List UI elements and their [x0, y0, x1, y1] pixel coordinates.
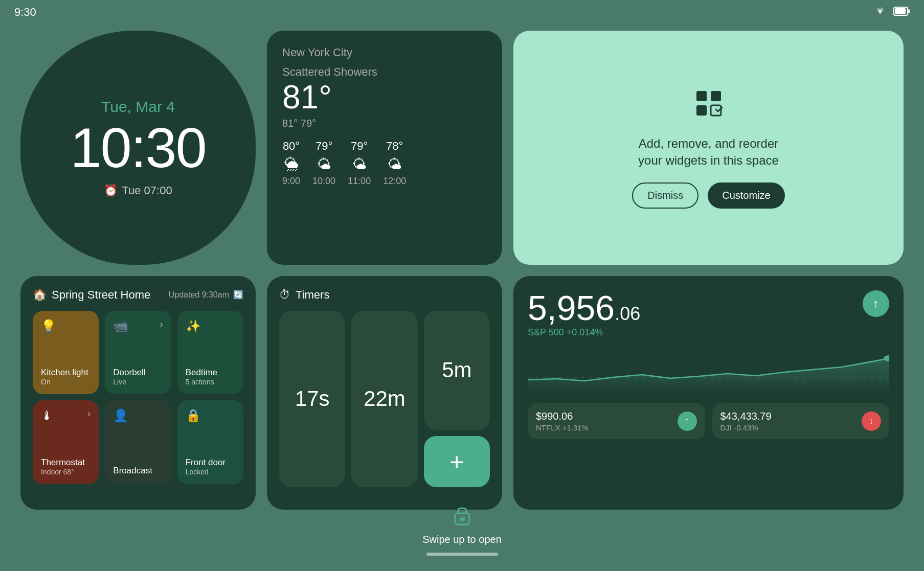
timer-col-3: 5m + [424, 311, 490, 488]
alarm-time: Tue 07:00 [122, 184, 172, 197]
forecast-item-0: 80° 🌦 9:00 [282, 140, 300, 187]
forecast-time-2: 11:00 [348, 176, 371, 187]
dji-name: DJI -0.43% [720, 423, 772, 432]
clock-card: Tue, Mar 4 10:30 ⏰ Tue 07:00 [20, 31, 256, 265]
widget-buttons: Dismiss Customize [632, 182, 784, 209]
stocks-value-cents: .06 [615, 303, 640, 324]
svg-marker-8 [528, 358, 889, 395]
status-bar: 9:30 [0, 0, 924, 25]
forecast-icon-2: 🌤 [352, 156, 367, 173]
broadcast-icon: 👤 [113, 408, 128, 423]
forecast-time-1: 10:00 [312, 176, 335, 187]
smart-item-bedtime[interactable]: ✨ Bedtime 5 actions [177, 311, 243, 395]
main-grid: Tue, Mar 4 10:30 ⏰ Tue 07:00 New York Ci… [20, 31, 904, 510]
forecast-item-1: 79° 🌤 10:00 [312, 140, 335, 187]
svg-point-12 [461, 518, 464, 521]
widget-suggestion-card: Add, remove, and reorderyour widgets in … [513, 31, 904, 265]
timer-col-1: 17s [279, 311, 345, 488]
timer-22m[interactable]: 22m [351, 311, 417, 488]
front-door-name: Front door [186, 458, 235, 468]
lock-icon [453, 504, 471, 530]
svg-rect-3 [696, 91, 707, 101]
front-door-status: Locked [186, 468, 235, 476]
smart-item-front-door[interactable]: 🔒 Front door Locked [177, 400, 243, 484]
weather-card: New York City Scattered Showers 81° 81° … [267, 31, 502, 265]
clock-date: Tue, Mar 4 [101, 98, 175, 116]
bedtime-name: Bedtime [186, 368, 235, 378]
forecast-temp-0: 80° [283, 140, 300, 153]
smart-home-title: 🏠 Spring Street Home [33, 288, 150, 302]
dji-info: $43,433.79 DJI -0.43% [720, 410, 772, 432]
svg-rect-5 [696, 105, 707, 116]
customize-button[interactable]: Customize [708, 182, 784, 209]
weather-condition: Scattered Showers [282, 65, 487, 79]
kitchen-light-status: On [41, 378, 91, 386]
smart-item-broadcast[interactable]: 👤 Broadcast [105, 400, 171, 484]
forecast-icon-1: 🌤 [317, 156, 331, 173]
status-time: 9:30 [14, 6, 36, 19]
forecast-temp-3: 78° [386, 140, 403, 153]
forecast-item-2: 79° 🌤 11:00 [348, 140, 371, 187]
stocks-sub-row: $990.06 NTFLX +1.31% ↑ $43,433.79 DJI -0… [528, 403, 889, 439]
forecast-icon-3: 🌤 [388, 156, 402, 173]
clock-alarm: ⏰ Tue 07:00 [104, 184, 172, 197]
smart-home-name: Spring Street Home [52, 288, 150, 302]
stocks-up-button[interactable]: ↑ [863, 290, 889, 317]
timer-5m[interactable]: 5m [424, 311, 490, 430]
timer-17s-label: 17s [295, 386, 330, 411]
kitchen-light-icon: 💡 [41, 319, 56, 333]
stocks-card: 5,956.06 ↑ S&P 500 +0.014% [513, 276, 904, 510]
weather-forecast: 80° 🌦 9:00 79° 🌤 10:00 79° 🌤 11:00 78° 🌤… [282, 140, 487, 187]
timers-title: Timers [296, 288, 329, 302]
smart-item-kitchen-light[interactable]: 💡 Kitchen light On [33, 311, 99, 395]
dji-value: $43,433.79 [720, 410, 772, 422]
forecast-time-3: 12:00 [383, 176, 406, 187]
timers-grid: 17s 22m 5m + [279, 311, 490, 488]
smart-item-doorbell[interactable]: 📹 › Doorbell Live [105, 311, 171, 395]
weather-temp-main: 81° [282, 81, 487, 113]
timer-17s[interactable]: 17s [279, 311, 345, 488]
timer-5m-label: 5m [442, 358, 471, 382]
swipe-up-text: Swipe up to open [422, 534, 502, 545]
svg-rect-1 [908, 9, 910, 13]
stocks-index: S&P 500 +0.014% [528, 327, 889, 338]
battery-icon [893, 6, 910, 19]
kitchen-light-name: Kitchen light [41, 368, 91, 378]
bottom-swipe-area: Swipe up to open [0, 504, 924, 556]
ntflx-trend-icon: ↑ [678, 412, 697, 431]
doorbell-status: Live [113, 378, 163, 386]
stocks-chart [528, 344, 889, 395]
dji-trend-icon: ↓ [862, 412, 881, 431]
svg-rect-2 [895, 8, 906, 14]
stocks-dji[interactable]: $43,433.79 DJI -0.43% ↓ [712, 403, 890, 439]
stocks-value-integer: 5,956 [528, 288, 615, 327]
widget-suggestion-text: Add, remove, and reorderyour widgets in … [638, 135, 779, 169]
stocks-main-value: 5,956.06 [528, 290, 640, 325]
thermostat-icon: 🌡 [41, 408, 53, 423]
dismiss-button[interactable]: Dismiss [632, 182, 698, 209]
timers-card: ⏱ Timers 17s 22m 5m + [267, 276, 502, 510]
weather-hi-lo: 81° 79° [282, 118, 487, 129]
status-icons [873, 6, 910, 19]
smart-home-header: 🏠 Spring Street Home Updated 9:30am 🔄 [33, 288, 243, 302]
doorbell-icon: 📹 [113, 319, 128, 333]
broadcast-name: Broadcast [113, 466, 163, 476]
clock-time: 10:30 [70, 120, 206, 176]
stocks-main-row: 5,956.06 ↑ [528, 290, 889, 325]
doorbell-arrow: › [160, 319, 163, 330]
stocks-ntflx[interactable]: $990.06 NTFLX +1.31% ↑ [528, 403, 705, 439]
timers-header: ⏱ Timers [279, 288, 490, 302]
swipe-bar [426, 553, 498, 556]
timer-col-2: 22m [351, 311, 417, 488]
refresh-icon[interactable]: 🔄 [233, 290, 243, 300]
ntflx-name: NTFLX +1.31% [536, 423, 589, 432]
smart-home-card: 🏠 Spring Street Home Updated 9:30am 🔄 💡 … [20, 276, 256, 510]
timer-add-button[interactable]: + [424, 436, 490, 487]
smart-home-grid: 💡 Kitchen light On 📹 › Doorbell Live [33, 311, 243, 485]
bedtime-icon: ✨ [186, 319, 201, 333]
smart-item-thermostat[interactable]: 🌡 › Thermostat Indoor 68° [33, 400, 99, 484]
thermostat-arrow: › [87, 408, 91, 419]
forecast-temp-1: 79° [315, 140, 332, 153]
wifi-icon [873, 6, 887, 19]
bedtime-sub: 5 actions [186, 378, 235, 386]
